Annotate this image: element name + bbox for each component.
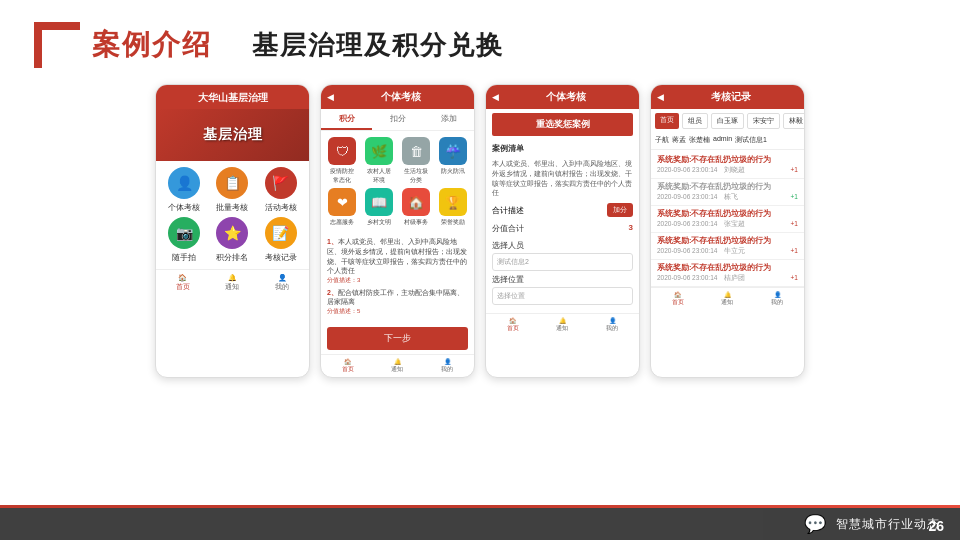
phone1-nav-mine[interactable]: 👤 我的 — [275, 274, 289, 292]
bottom-bar: 💬 智慧城市行业动态 26 — [0, 508, 960, 540]
phone3-nav-home[interactable]: 🏠 首页 — [507, 317, 519, 333]
tab-deduct[interactable]: 扣分 — [372, 109, 423, 130]
phone2-title: 个体考核 — [334, 90, 468, 104]
assessment-record-icon: 📝 — [265, 217, 297, 249]
phone3-header: ◀ 个体考核 — [486, 85, 639, 109]
record-score: +1 — [791, 166, 798, 175]
add-score-button[interactable]: 加分 — [607, 203, 633, 217]
individual-assessment-label: 个体考核 — [168, 202, 200, 213]
list-item[interactable]: 🚩 活动考核 — [259, 167, 303, 213]
tab-score[interactable]: 积分 — [321, 109, 372, 130]
phone3: ◀ 个体考核 重选奖惩案例 案例清单 本人或党员、邻里出、入到中高风险地区、境外… — [485, 84, 640, 378]
score-rank-label: 积分排名 — [216, 252, 248, 263]
honor-award-icon: 🏆 — [439, 188, 467, 216]
phone1-banner: 基层治理 — [156, 109, 309, 161]
logo-bracket-icon — [30, 18, 84, 72]
record-meta: 2020-09-06 23:00:14 张宝超 +1 — [657, 220, 798, 229]
record-title: 系统奖励:不存在乱扔垃圾的行为 — [657, 155, 798, 165]
logo-text: 案例介绍 — [92, 26, 212, 64]
record-title: 系统奖励:不存在乱扔垃圾的行为 — [657, 263, 798, 273]
garbage-icon: 🗑 — [402, 137, 430, 165]
score-value: 3 — [629, 223, 633, 234]
phone3-calc-row: 合计描述 加分 — [486, 200, 639, 220]
table-row: 系统奖励:不存在乱扔垃圾的行为 2020-09-06 23:00:14 栋飞 +… — [651, 179, 804, 206]
mine-icon: 👤 — [278, 274, 287, 282]
list-item[interactable]: 📷 随手拍 — [162, 217, 206, 263]
phone2-nav-notify[interactable]: 🔔 通知 — [391, 358, 403, 374]
phone4-nav-notify[interactable]: 🔔 通知 — [721, 291, 733, 307]
phone4-nav-home[interactable]: 🏠 首页 — [672, 291, 684, 307]
mine-icon: 👤 — [444, 358, 451, 365]
phone1: 大华山基层治理 基层治理 👤 个体考核 📋 批量考核 🚩 活动考核 📷 随手拍 — [155, 84, 310, 378]
phone2-nav-mine[interactable]: 👤 我的 — [441, 358, 453, 374]
list-item[interactable]: ☔ 防火防汛 — [436, 137, 470, 185]
list-item[interactable]: 📖 乡村文明 — [362, 188, 396, 227]
list-item[interactable]: ❤ 志愿服务 — [325, 188, 359, 227]
phone3-nav-mine[interactable]: 👤 我的 — [606, 317, 618, 333]
list-item[interactable]: 🛡 疫情防控常态化 — [325, 137, 359, 185]
phone3-case-text: 本人或党员、邻里出、入到中高风险地区、境外返乡情况，建前向镇村报告；出现发烧、干… — [486, 157, 639, 200]
epidemic-icon: 🛡 — [328, 137, 356, 165]
phone3-nav-notify[interactable]: 🔔 通知 — [556, 317, 568, 333]
wechat-icon: 💬 — [804, 513, 826, 535]
select-people-input[interactable]: 测试信息2 — [492, 253, 633, 271]
phone4-back-icon[interactable]: ◀ — [657, 92, 664, 102]
notify-icon: 🔔 — [724, 291, 731, 298]
record-score: +1 — [791, 274, 798, 283]
phone4-nav-mine[interactable]: 👤 我的 — [771, 291, 783, 307]
list-item[interactable]: 🗑 生活垃圾分类 — [399, 137, 433, 185]
list-item[interactable]: 🌿 农村人居环境 — [362, 137, 396, 185]
list-item[interactable]: ⭐ 积分排名 — [210, 217, 254, 263]
next-step-button[interactable]: 下一步 — [327, 327, 468, 350]
phone1-nav: 🏠 首页 🔔 通知 👤 我的 — [156, 269, 309, 296]
batch-assessment-label: 批量考核 — [216, 202, 248, 213]
photo-icon: 📷 — [168, 217, 200, 249]
list-item[interactable]: 👤 个体考核 — [162, 167, 206, 213]
table-row: 系统奖励:不存在乱扔垃圾的行为 2020-09-06 23:00:14 张宝超 … — [651, 206, 804, 233]
calc-label: 合计描述 — [492, 205, 524, 216]
phone4-header: ◀ 考核记录 — [651, 85, 804, 109]
select-location-label: 选择位置 — [492, 274, 633, 285]
filter-btn-member[interactable]: 组员 — [682, 113, 708, 129]
phone1-nav-home[interactable]: 🏠 首页 — [176, 274, 190, 292]
record-title: 系统奖励:不存在乱扔垃圾的行为 — [657, 236, 798, 246]
tab-add[interactable]: 添加 — [423, 109, 474, 130]
logo-box: 案例介绍 — [30, 18, 212, 72]
filter-btn-name2[interactable]: 宋安宁 — [747, 113, 780, 129]
activity-assessment-label: 活动考核 — [265, 202, 297, 213]
bottom-brand-text: 智慧城市行业动态 — [836, 516, 940, 533]
village-affairs-icon: 🏠 — [402, 188, 430, 216]
table-row: 系统奖励:不存在乱扔垃圾的行为 2020-09-06 23:00:14 牛立元 … — [651, 233, 804, 260]
phone3-back-icon[interactable]: ◀ — [492, 92, 499, 102]
phone4-filter-row: 首页 组员 白玉琢 宋安宁 林毅 — [651, 109, 804, 133]
list-item[interactable]: 🏠 村级事务 — [399, 188, 433, 227]
volunteer-icon: ❤ — [328, 188, 356, 216]
filter-btn-name3[interactable]: 林毅 — [783, 113, 804, 129]
home-icon: 🏠 — [178, 274, 187, 282]
filter-btn-name1[interactable]: 白玉琢 — [711, 113, 744, 129]
select-location-input[interactable]: 选择位置 — [492, 287, 633, 305]
phone3-title: 个体考核 — [499, 90, 633, 104]
list-item[interactable]: 📝 考核记录 — [259, 217, 303, 263]
record-score: +1 — [791, 220, 798, 229]
record-meta: 2020-09-06 23:00:14 桔庐团 +1 — [657, 274, 798, 283]
phone2-tabs: 积分 扣分 添加 — [321, 109, 474, 131]
phone2-nav-home[interactable]: 🏠 首页 — [342, 358, 354, 374]
list-item[interactable]: 🏆 荣誉奖励 — [436, 188, 470, 227]
fire-flood-icon: ☔ — [439, 137, 467, 165]
phone2-content: 1、本人或党员、邻里出、入到中高风险地区、境外返乡情况，提前向镇村报告；出现发烧… — [321, 233, 474, 323]
phone3-score-row: 分值合计 3 — [486, 220, 639, 237]
list-item[interactable]: 📋 批量考核 — [210, 167, 254, 213]
score-rank-icon: ⭐ — [216, 217, 248, 249]
batch-assessment-icon: 📋 — [216, 167, 248, 199]
record-title: 系统奖励:不存在乱扔垃圾的行为 — [657, 182, 798, 192]
rural-env-icon: 🌿 — [365, 137, 393, 165]
phone2-icons-grid: 🛡 疫情防控常态化 🌿 农村人居环境 🗑 生活垃圾分类 ☔ 防火防汛 ❤ 志愿服… — [321, 131, 474, 233]
phone1-nav-notify[interactable]: 🔔 通知 — [225, 274, 239, 292]
notify-icon: 🔔 — [228, 274, 237, 282]
filter-btn-home[interactable]: 首页 — [655, 113, 679, 129]
table-row: 系统奖励:不存在乱扔垃圾的行为 2020-09-06 23:00:14 桔庐团 … — [651, 260, 804, 287]
phone2-back-icon[interactable]: ◀ — [327, 92, 334, 102]
select-people-label: 选择人员 — [492, 240, 633, 251]
phone3-section-title: 案例清单 — [486, 140, 639, 157]
